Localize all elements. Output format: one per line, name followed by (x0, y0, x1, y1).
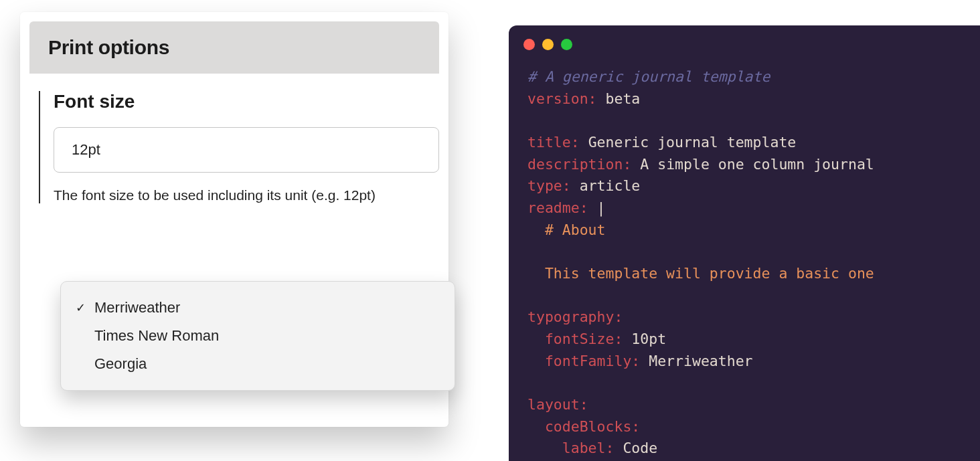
yaml-key: typography: (527, 308, 623, 325)
dropdown-item-times-new-roman[interactable]: Times New Roman (61, 322, 455, 350)
dropdown-item-label: Georgia (94, 355, 147, 373)
dropdown-item-label: Merriweather (94, 299, 180, 316)
card-body: Font size The font size to be used inclu… (20, 74, 448, 203)
yaml-string: This template will provide a basic one (545, 265, 874, 282)
code-comment: # A generic journal template (527, 68, 770, 85)
yaml-key: label: (562, 440, 615, 456)
card-title: Print options (48, 36, 420, 59)
yaml-value: 10pt (631, 331, 666, 347)
yaml-string: # About (545, 221, 606, 238)
font-size-help: The font size to be used including its u… (54, 187, 439, 203)
yaml-key: layout: (527, 396, 588, 413)
window-controls (509, 25, 980, 57)
dropdown-item-georgia[interactable]: Georgia (61, 350, 455, 378)
yaml-value: beta (606, 90, 641, 107)
yaml-key: version: (527, 90, 597, 107)
print-options-card: Print options Font size The font size to… (20, 12, 448, 427)
yaml-pipe: | (597, 199, 606, 216)
card-header: Print options (29, 21, 439, 74)
check-icon: ✓ (76, 300, 94, 315)
font-size-label: Font size (54, 91, 439, 112)
yaml-value: A simple one column journal (640, 156, 874, 173)
code-content[interactable]: # A generic journal template version: be… (509, 57, 980, 460)
maximize-icon[interactable] (561, 39, 572, 50)
yaml-key: readme: (527, 199, 588, 216)
yaml-key: fontFamily: (545, 353, 640, 369)
yaml-key: type: (527, 177, 571, 194)
dropdown-item-label: Times New Roman (94, 327, 219, 345)
font-size-section: Font size The font size to be used inclu… (39, 91, 439, 203)
yaml-value: Code (623, 440, 657, 456)
yaml-value: Merriweather (649, 353, 752, 369)
yaml-value: article (580, 177, 641, 194)
minimize-icon[interactable] (542, 39, 554, 50)
font-family-dropdown[interactable]: ✓ Merriweather Times New Roman Georgia (60, 281, 455, 391)
code-editor: # A generic journal template version: be… (509, 25, 980, 461)
dropdown-item-merriweather[interactable]: ✓ Merriweather (61, 294, 455, 322)
yaml-value: Generic journal template (588, 134, 797, 151)
yaml-key: fontSize: (545, 331, 623, 347)
yaml-key: codeBlocks: (545, 418, 640, 435)
close-icon[interactable] (523, 39, 535, 50)
font-size-input[interactable] (54, 127, 439, 173)
yaml-key: title: (527, 134, 580, 151)
yaml-key: description: (527, 156, 631, 173)
